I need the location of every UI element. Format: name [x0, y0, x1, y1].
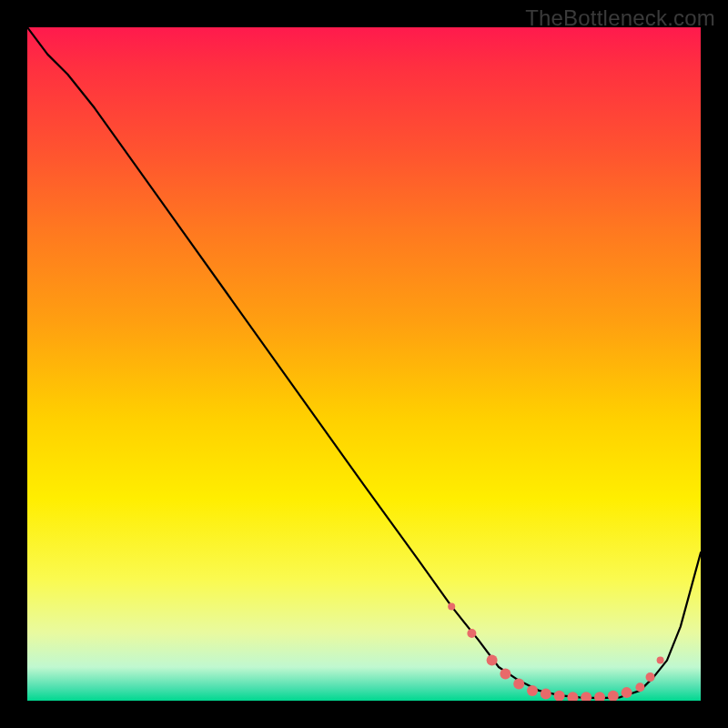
data-point-marker: [567, 692, 578, 701]
data-point-marker: [448, 602, 455, 610]
data-point-marker: [608, 691, 619, 701]
chart-container: TheBottleneck.com: [0, 0, 728, 728]
data-point-marker: [635, 682, 644, 692]
data-point-marker: [541, 689, 551, 700]
data-point-marker: [581, 692, 592, 701]
data-point-marker: [646, 672, 655, 682]
watermark-label: TheBottleneck.com: [525, 5, 715, 31]
data-point-marker: [467, 629, 476, 638]
data-point-marker: [513, 679, 524, 690]
chart-svg: [27, 27, 701, 701]
data-point-marker: [622, 687, 632, 698]
data-point-marker: [500, 668, 511, 679]
data-point-marker: [594, 692, 605, 701]
plot-area: [27, 27, 701, 701]
bottleneck-curve: [27, 27, 701, 698]
data-point-marker: [527, 685, 538, 696]
data-point-marker: [657, 657, 664, 664]
data-point-marker: [554, 691, 565, 701]
data-point-marker: [487, 655, 498, 666]
marker-group: [448, 602, 663, 701]
